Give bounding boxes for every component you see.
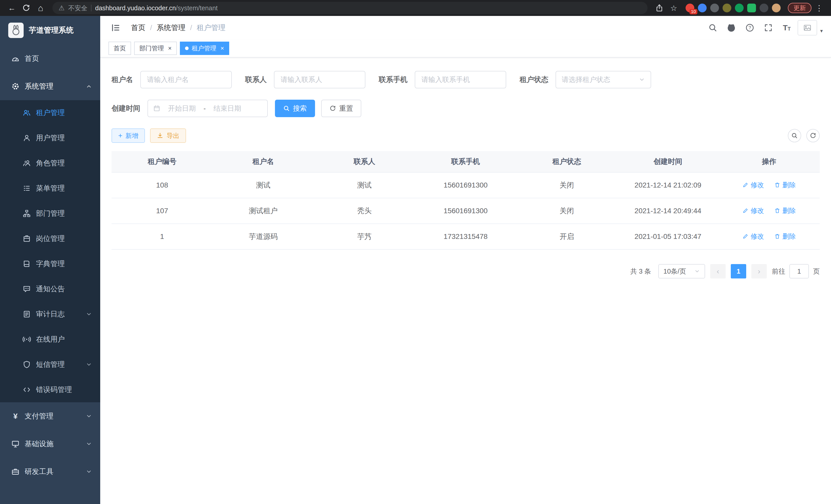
extension-icon-3[interactable] [710,4,719,12]
next-page-button[interactable]: › [751,264,767,278]
puzzle-extensions-icon[interactable] [760,4,768,12]
delete-link[interactable]: 删除 [774,181,796,189]
share-icon [655,4,663,12]
help-button[interactable]: ? [742,20,757,35]
extension-icon-2[interactable] [698,4,707,12]
browser-back-button[interactable] [5,1,19,14]
reset-button[interactable]: 重置 [321,100,361,117]
tab-home[interactable]: 首页 [109,41,131,55]
export-button[interactable]: 导出 [150,128,186,143]
org-tree-icon [23,209,31,217]
sidebar-item-payment[interactable]: ¥ 支付管理 [0,402,100,430]
share-button[interactable] [653,1,666,14]
date-range-picker[interactable]: - [147,100,268,117]
prev-page-button[interactable]: ‹ [710,264,726,278]
goto-page-input[interactable] [790,264,809,278]
cell-created: 2021-12-14 21:02:09 [618,172,719,198]
collapse-sidebar-button[interactable] [109,21,123,35]
extension-badge: 10 [689,9,697,14]
browser-reload-button[interactable] [20,1,33,14]
app-logo-area: 芋道管理系统 [0,16,100,45]
question-circle-icon: ? [745,23,754,32]
announcement-icon [23,285,31,293]
pagination-total: 共 3 条 [630,267,651,276]
sidebar-item-dept[interactable]: 部门管理 [0,201,100,226]
toggle-search-button[interactable] [788,129,801,142]
sidebar-item-label: 首页 [25,54,39,63]
sidebar-item-home[interactable]: 首页 [0,45,100,72]
sidebar-item-menu[interactable]: 菜单管理 [0,176,100,201]
broken-image-icon [803,24,811,32]
contact-input[interactable] [274,71,365,88]
sidebar-item-error-code[interactable]: 错误码管理 [0,377,100,402]
close-tab-icon[interactable]: × [168,45,172,51]
chevron-down-icon [694,268,700,274]
sidebar-item-label: 角色管理 [36,158,65,168]
sidebar-item-dev-tools[interactable]: 研发工具 [0,458,100,485]
sidebar-item-tenant[interactable]: 租户管理 [0,100,100,125]
sidebar-item-role[interactable]: 角色管理 [0,151,100,176]
edit-link[interactable]: 修改 [742,206,764,215]
user-avatar[interactable] [798,20,817,35]
close-tab-icon[interactable]: × [221,45,224,51]
bookmark-star-button[interactable] [667,1,681,14]
sidebar-item-dict[interactable]: 字典管理 [0,251,100,276]
shield-icon [23,360,31,368]
sidebar-item-notice[interactable]: 通知公告 [0,276,100,302]
font-size-button[interactable] [779,20,795,35]
url-host: dashboard.yudao.iocoder.cn [95,4,176,11]
sidebar-item-user[interactable]: 用户管理 [0,125,100,151]
extension-icon-1[interactable]: 10 [686,4,694,12]
sidebar-item-infrastructure[interactable]: 基础设施 [0,430,100,458]
extensions-area: 10 [686,4,781,12]
create-time-label: 创建时间 [112,103,140,113]
breadcrumb: 首页 系统管理 租户管理 [131,23,226,33]
page-number-button[interactable]: 1 [731,264,746,278]
tenant-name-input[interactable] [140,71,232,88]
sidebar-item-system[interactable]: 系统管理 [0,72,100,100]
extension-icon-5[interactable] [735,4,744,12]
edit-link[interactable]: 修改 [742,232,764,241]
system-submenu: 租户管理 用户管理 角色管理 菜单管理 [0,100,100,402]
github-link-button[interactable] [724,20,739,35]
refresh-table-button[interactable] [806,129,820,142]
edit-link[interactable]: 修改 [742,181,764,189]
tab-dept[interactable]: 部门管理 × [134,41,177,55]
extension-icon-6[interactable] [747,4,756,12]
status-select[interactable]: 请选择租户状态 [555,71,651,88]
field-create-time: 创建时间 - [112,100,268,117]
tenant-table: 租户编号 租户名 联系人 联系手机 租户状态 创建时间 操作 108 测试 [112,151,820,250]
sidebar-item-online-users[interactable]: 在线用户 [0,327,100,352]
date-end-input[interactable] [209,105,246,113]
add-button[interactable]: + 新增 [112,128,145,143]
profile-avatar[interactable] [772,4,781,12]
col-status: 租户状态 [516,151,618,172]
browser-home-button[interactable] [34,1,47,14]
app-title: 芋道管理系统 [29,25,74,35]
mobile-input[interactable] [415,71,506,88]
sidebar-item-sms[interactable]: 短信管理 [0,352,100,377]
sidebar-item-post[interactable]: 岗位管理 [0,226,100,251]
search-button[interactable]: 搜索 [275,100,315,117]
sidebar-item-label: 通知公告 [36,284,65,294]
reset-button-label: 重置 [339,104,353,113]
browser-menu-button[interactable] [812,1,826,14]
app-logo-image [8,23,24,38]
page-size-select[interactable]: 10条/页 [658,264,705,278]
extension-icon-4[interactable] [722,4,731,12]
date-start-input[interactable] [164,105,200,113]
header-search-button[interactable] [705,20,720,35]
sidebar-item-audit-log[interactable]: 审计日志 [0,302,100,327]
tab-tenant[interactable]: 租户管理 × [180,41,229,55]
delete-link[interactable]: 删除 [774,232,796,241]
sidebar-menu: 首页 系统管理 租户管理 用户管理 [0,45,100,485]
cell-status: 关闭 [516,198,618,224]
cell-contact: 测试 [314,172,415,198]
avatar-dropdown-caret[interactable] [820,28,823,34]
fullscreen-button[interactable] [761,20,776,35]
address-bar[interactable]: 不安全 dashboard.yudao.iocoder.cn/system/te… [52,2,648,14]
breadcrumb-system[interactable]: 系统管理 [157,23,197,33]
browser-update-button[interactable]: 更新 [788,3,811,13]
delete-link[interactable]: 删除 [774,206,796,215]
breadcrumb-home[interactable]: 首页 [131,23,157,33]
